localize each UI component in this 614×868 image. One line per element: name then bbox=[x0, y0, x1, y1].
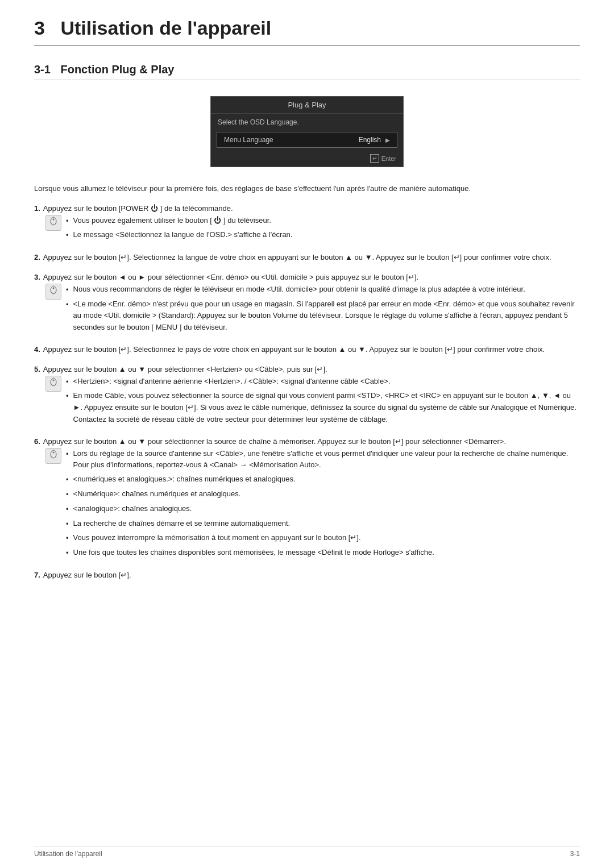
step-6-num: 6. bbox=[34, 437, 40, 446]
bullet: • bbox=[66, 215, 69, 227]
bullet: • bbox=[66, 504, 69, 516]
step-6-sub-3: • <Numérique>: chaînes numériques et ana… bbox=[66, 488, 580, 501]
step-6-sub-7-text: Une fois que toutes les chaînes disponib… bbox=[73, 547, 580, 559]
step-6-sub-4: • <analogique>: chaînes analogiques. bbox=[66, 503, 580, 516]
step-3-icon-content: • Nous vous recommandons de régler le té… bbox=[66, 284, 580, 336]
svg-point-1 bbox=[53, 287, 55, 289]
step-7-num: 7. bbox=[34, 571, 40, 579]
step-7-header: 7. Appuyez sur le bouton [↵]. bbox=[34, 570, 580, 582]
enter-icon: ↵ bbox=[370, 154, 379, 163]
step-5-icon-content: • <Hertzien>: <signal d'antenne aérienne… bbox=[66, 376, 580, 428]
step-1: 1. Appuyez sur le bouton [POWER ⏻ ] de l… bbox=[34, 203, 580, 244]
intro-text: Lorsque vous allumez le téléviseur pour … bbox=[34, 183, 580, 195]
step-6: 6. Appuyez sur le bouton ▲ ou ▼ pour sél… bbox=[34, 436, 580, 562]
step-2-header: 2. Appuyez sur le bouton [↵]. Sélectionn… bbox=[34, 252, 580, 264]
step-6-sub-7: • Une fois que toutes les chaînes dispon… bbox=[66, 547, 580, 559]
step-3-sub-2-text: <Le mode <Enr. démo> n'est prévu que pou… bbox=[73, 298, 580, 334]
chapter-title-text: Utilisation de l'appareil bbox=[60, 17, 271, 39]
bullet: • bbox=[66, 376, 69, 388]
step-6-sub-6: • Vous pouvez interrompre la mémorisatio… bbox=[66, 532, 580, 545]
osd-row-value: English ▶ bbox=[359, 136, 390, 144]
osd-box: Plug & Play Select the OSD Language. Men… bbox=[210, 96, 404, 167]
osd-title: Plug & Play bbox=[211, 97, 403, 114]
step-2-num: 2. bbox=[34, 253, 40, 261]
chapter-num: 3 bbox=[34, 17, 45, 39]
step-6-sub-4-text: <analogique>: chaînes analogiques. bbox=[73, 503, 580, 515]
bullet: • bbox=[66, 533, 69, 545]
chapter-title: 3 Utilisation de l'appareil bbox=[34, 17, 580, 46]
page-footer: Utilisation de l'appareil 3-1 bbox=[34, 846, 580, 858]
step-6-sub-2: • <numériques et analogiques.>: chaînes … bbox=[66, 474, 580, 486]
step-6-sub-5: • La recherche de chaînes démarre et se … bbox=[66, 518, 580, 530]
step-6-sub-3-text: <Numérique>: chaînes numériques et analo… bbox=[73, 488, 580, 500]
step-1-num: 1. bbox=[34, 204, 40, 213]
step-3-sub-1-text: Nous vous recommandons de régler le télé… bbox=[73, 284, 580, 296]
step-1-sub-2: • Le message <Sélectionnez la langue de … bbox=[66, 229, 580, 242]
osd-subtitle: Select the OSD Language. bbox=[211, 114, 403, 130]
step-2-text: Appuyez sur le bouton [↵]. Sélectionnez … bbox=[43, 253, 551, 261]
step-6-icon-block: • Lors du réglage de la source d'antenne… bbox=[45, 448, 580, 562]
step-3-num: 3. bbox=[34, 273, 40, 281]
step-6-sub-2-text: <numériques et analogiques.>: chaînes nu… bbox=[73, 474, 580, 485]
osd-menu-row: Menu Language English ▶ bbox=[217, 132, 397, 148]
step-6-sub-1-text: Lors du réglage de la source d'antenne s… bbox=[73, 448, 580, 472]
svg-point-2 bbox=[53, 379, 55, 381]
svg-point-0 bbox=[53, 218, 55, 220]
step-5-text: Appuyez sur le bouton ▲ ou ▼ pour sélect… bbox=[43, 365, 327, 373]
step-5-sub-2-text: En mode Câble, vous pouvez sélectionner … bbox=[73, 390, 580, 425]
step-5-sub-2: • En mode Câble, vous pouvez sélectionne… bbox=[66, 390, 580, 425]
step-1-text: Appuyez sur le bouton [POWER ⏻ ] de la t… bbox=[43, 204, 233, 213]
step-3-icon-block: • Nous vous recommandons de régler le té… bbox=[45, 284, 580, 336]
step-4-header: 4. Appuyez sur le bouton [↵]. Sélectionn… bbox=[34, 344, 580, 356]
step-1-icon bbox=[45, 215, 61, 231]
svg-point-3 bbox=[53, 451, 55, 453]
osd-footer-label: Enter bbox=[381, 155, 396, 162]
step-6-sub-1: • Lors du réglage de la source d'antenne… bbox=[66, 448, 580, 472]
bullet: • bbox=[66, 518, 69, 530]
step-3-icon bbox=[45, 284, 61, 300]
step-3-header: 3. Appuyez sur le bouton ◄ ou ► pour sél… bbox=[34, 272, 580, 284]
bullet: • bbox=[66, 474, 69, 486]
step-5-sub-1: • <Hertzien>: <signal d'antenne aérienne… bbox=[66, 376, 580, 388]
step-6-text: Appuyez sur le bouton ▲ ou ▼ pour sélect… bbox=[43, 437, 506, 446]
step-4: 4. Appuyez sur le bouton [↵]. Sélectionn… bbox=[34, 344, 580, 356]
bullet: • bbox=[66, 284, 69, 296]
bullet: • bbox=[66, 448, 69, 460]
osd-row-label: Menu Language bbox=[224, 136, 273, 144]
step-4-num: 4. bbox=[34, 345, 40, 354]
step-5: 5. Appuyez sur le bouton ▲ ou ▼ pour sél… bbox=[34, 364, 580, 428]
step-5-header: 5. Appuyez sur le bouton ▲ ou ▼ pour sél… bbox=[34, 364, 580, 376]
bullet: • bbox=[66, 230, 69, 242]
step-6-icon bbox=[45, 448, 61, 464]
step-2: 2. Appuyez sur le bouton [↵]. Sélectionn… bbox=[34, 252, 580, 264]
step-6-header: 6. Appuyez sur le bouton ▲ ou ▼ pour sél… bbox=[34, 436, 580, 448]
step-1-sub-1: • Vous pouvez également utiliser le bout… bbox=[66, 215, 580, 227]
footer-left-text: Utilisation de l'appareil bbox=[34, 850, 102, 858]
step-3-sub-2: • <Le mode <Enr. démo> n'est prévu que p… bbox=[66, 298, 580, 334]
step-3-text: Appuyez sur le bouton ◄ ou ► pour sélect… bbox=[43, 273, 418, 281]
osd-container: Plug & Play Select the OSD Language. Men… bbox=[34, 96, 580, 167]
step-3: 3. Appuyez sur le bouton ◄ ou ► pour sél… bbox=[34, 272, 580, 336]
step-3-sub-1: • Nous vous recommandons de régler le té… bbox=[66, 284, 580, 296]
section-title-text: Fonction Plug & Play bbox=[60, 63, 174, 76]
section-title: 3-1 Fonction Plug & Play bbox=[34, 63, 580, 80]
osd-value-text: English bbox=[359, 136, 381, 144]
step-5-icon-block: • <Hertzien>: <signal d'antenne aérienne… bbox=[45, 376, 580, 428]
step-6-sub-5-text: La recherche de chaînes démarre et se te… bbox=[73, 518, 580, 530]
bullet: • bbox=[66, 547, 69, 559]
bullet: • bbox=[66, 391, 69, 402]
step-7: 7. Appuyez sur le bouton [↵]. bbox=[34, 570, 580, 582]
step-5-num: 5. bbox=[34, 365, 40, 373]
section-num: 3-1 bbox=[34, 63, 51, 76]
osd-footer: ↵ Enter bbox=[211, 150, 403, 167]
bullet: • bbox=[66, 299, 69, 311]
osd-arrow-icon: ▶ bbox=[385, 137, 390, 143]
bullet: • bbox=[66, 489, 69, 501]
step-4-text: Appuyez sur le bouton [↵]. Sélectionnez … bbox=[43, 345, 545, 354]
step-5-icon bbox=[45, 376, 61, 392]
step-1-sub-1-text: Vous pouvez également utiliser le bouton… bbox=[73, 215, 580, 227]
step-5-sub-1-text: <Hertzien>: <signal d'antenne aérienne <… bbox=[73, 376, 580, 388]
step-6-icon-content: • Lors du réglage de la source d'antenne… bbox=[66, 448, 580, 562]
footer-right-text: 3-1 bbox=[570, 850, 580, 858]
step-1-sub-2-text: Le message <Sélectionnez la langue de l'… bbox=[73, 229, 580, 241]
